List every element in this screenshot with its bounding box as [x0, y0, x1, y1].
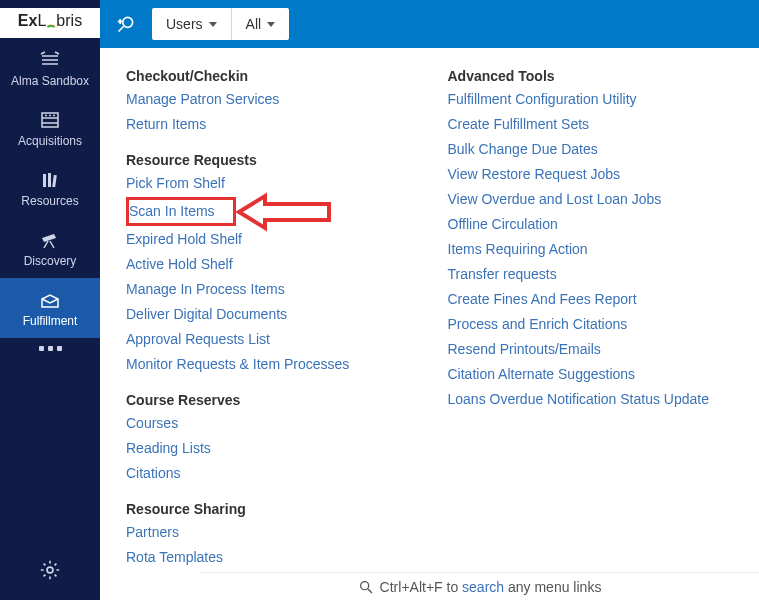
menu-link[interactable]: Manage Patron Services	[126, 88, 428, 111]
menu-link[interactable]: Deliver Digital Documents	[126, 303, 428, 326]
footer-text: Ctrl+Alt+F to search any menu links	[380, 579, 602, 595]
dot-icon	[57, 346, 62, 351]
chevron-down-icon	[267, 22, 275, 27]
sandbox-icon	[38, 50, 62, 70]
dot-icon	[48, 346, 53, 351]
menu-link-highlighted[interactable]: Scan In Items	[126, 197, 236, 226]
menu-section-header: Checkout/Checkin	[126, 68, 428, 84]
gear-icon[interactable]	[39, 559, 61, 581]
callout-arrow-icon	[239, 194, 339, 230]
svg-point-4	[49, 115, 51, 117]
footer-link[interactable]: search	[462, 579, 504, 595]
footer-suffix: any menu links	[504, 579, 601, 595]
svg-rect-6	[43, 174, 46, 187]
menu-link[interactable]: Active Hold Shelf	[126, 253, 428, 276]
menu-column-right: Advanced ToolsFulfillment Configuration …	[448, 66, 750, 566]
brand-logo: ExL bris	[0, 8, 100, 38]
brand-name: ExL bris	[18, 12, 82, 30]
abacus-icon	[38, 110, 62, 130]
scope-secondary-label: All	[246, 16, 262, 32]
footer-hint: Ctrl+Alt+F to search any menu links	[200, 572, 759, 600]
content-area: Users All Checkout/CheckinManage Patron …	[100, 0, 759, 600]
search-toggle[interactable]	[108, 14, 144, 34]
menu-link[interactable]: Expired Hold Shelf	[126, 228, 428, 251]
topbar: Users All	[100, 0, 759, 48]
menu-link[interactable]: Return Items	[126, 113, 428, 136]
brand-arc-icon	[46, 14, 56, 28]
menu-section-header: Resource Sharing	[126, 501, 428, 517]
nav-fulfillment[interactable]: Fulfillment	[0, 278, 100, 338]
nav-label: Resources	[21, 194, 78, 208]
menu-link[interactable]: Create Fines And Fees Report	[448, 288, 750, 311]
sidebar: ExL bris Alma Sandbox Acquisitions	[0, 0, 100, 600]
menu-column-left: Checkout/CheckinManage Patron ServicesRe…	[126, 66, 428, 566]
menu-link[interactable]: Offline Circulation	[448, 213, 750, 236]
menu-link[interactable]: Partners	[126, 521, 428, 544]
nav-label: Discovery	[24, 254, 77, 268]
svg-line-10	[50, 241, 54, 248]
nav-acquisitions[interactable]: Acquisitions	[0, 98, 100, 158]
menu-link[interactable]: Fulfillment Configuration Utility	[448, 88, 750, 111]
menu-section-header: Advanced Tools	[448, 68, 750, 84]
menu-link[interactable]: View Overdue and Lost Loan Jobs	[448, 188, 750, 211]
nav-discovery[interactable]: Discovery	[0, 218, 100, 278]
nav-label: Alma Sandbox	[11, 74, 89, 88]
books-icon	[38, 170, 62, 190]
sidebar-bottom	[39, 543, 61, 600]
menu-link[interactable]: Create Fulfillment Sets	[448, 113, 750, 136]
svg-rect-8	[52, 175, 57, 187]
menu-link[interactable]: Reading Lists	[126, 437, 428, 460]
menu-section-header: Course Reserves	[126, 392, 428, 408]
menu-link[interactable]: Manage In Process Items	[126, 278, 428, 301]
search-icon	[358, 579, 374, 595]
menu-link[interactable]: Transfer requests	[448, 263, 750, 286]
svg-point-3	[45, 115, 47, 117]
nav-resources[interactable]: Resources	[0, 158, 100, 218]
menu-link[interactable]: Citations	[126, 462, 428, 485]
menu-link[interactable]: Items Requiring Action	[448, 238, 750, 261]
svg-point-17	[360, 581, 368, 589]
nav-label: Fulfillment	[23, 314, 78, 328]
chevron-down-icon	[209, 22, 217, 27]
menu-link[interactable]: Monitor Requests & Item Processes	[126, 353, 428, 376]
dot-icon	[39, 346, 44, 351]
menu-link[interactable]: Loans Overdue Notification Status Update	[448, 388, 750, 411]
footer-prefix: Ctrl+Alt+F to	[380, 579, 462, 595]
menu-link[interactable]: Bulk Change Due Dates	[448, 138, 750, 161]
scope-secondary[interactable]: All	[231, 8, 290, 40]
menu-link[interactable]: Citation Alternate Suggestions	[448, 363, 750, 386]
nav-more[interactable]	[39, 338, 62, 359]
svg-point-5	[53, 115, 55, 117]
menu-link[interactable]: Resend Printouts/Emails	[448, 338, 750, 361]
svg-line-13	[119, 27, 124, 32]
menu-link[interactable]: Rota Templates	[126, 546, 428, 569]
menu-panel: Checkout/CheckinManage Patron ServicesRe…	[100, 48, 759, 572]
svg-rect-7	[48, 173, 51, 187]
scope-primary-label: Users	[166, 16, 203, 32]
svg-marker-16	[239, 196, 329, 228]
telescope-icon	[38, 230, 62, 250]
menu-link[interactable]: Courses	[126, 412, 428, 435]
svg-line-9	[44, 241, 48, 248]
svg-point-12	[123, 17, 133, 27]
menu-link[interactable]: Pick From Shelf	[126, 172, 428, 195]
svg-line-18	[368, 589, 372, 593]
search-scope-combo: Users All	[152, 8, 289, 40]
magnifier-plus-icon	[116, 14, 136, 34]
box-open-icon	[38, 290, 62, 310]
menu-section-header: Resource Requests	[126, 152, 428, 168]
menu-link[interactable]: View Restore Request Jobs	[448, 163, 750, 186]
menu-link[interactable]: Process and Enrich Citations	[448, 313, 750, 336]
nav-label: Acquisitions	[18, 134, 82, 148]
menu-link[interactable]: Approval Requests List	[126, 328, 428, 351]
svg-point-11	[47, 567, 53, 573]
nav-alma-sandbox[interactable]: Alma Sandbox	[0, 38, 100, 98]
scope-primary[interactable]: Users	[152, 8, 231, 40]
